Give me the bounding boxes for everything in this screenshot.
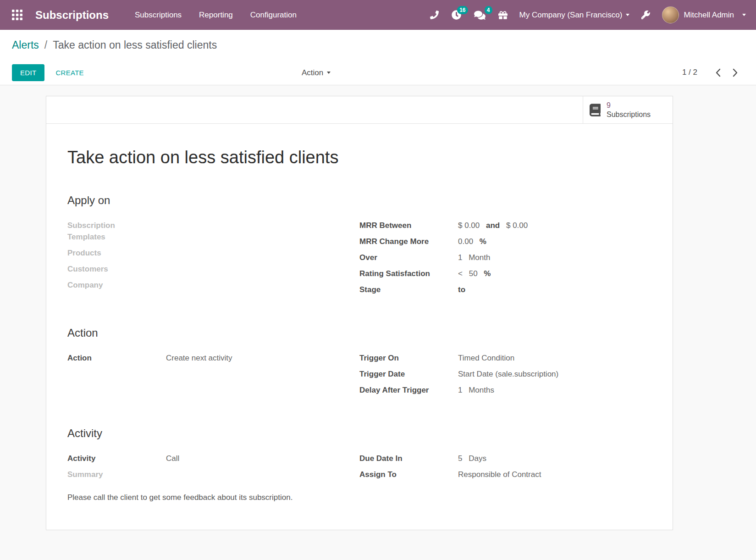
create-button[interactable]: CREATE bbox=[55, 69, 84, 77]
activity-value: Call bbox=[166, 453, 179, 464]
trigger-date-label: Trigger Date bbox=[359, 368, 458, 380]
delay-unit: Months bbox=[469, 386, 494, 394]
field-trigger-date: Trigger Date Start Date (sale.subscripti… bbox=[359, 368, 651, 380]
apps-menu-button[interactable] bbox=[6, 5, 28, 25]
apply-on-left-group: Subscription Templates Products Customer… bbox=[67, 220, 359, 300]
field-mrr-change-more: MRR Change More 0.00 % bbox=[359, 236, 651, 247]
field-customers: Customers bbox=[67, 263, 359, 275]
edit-button[interactable]: EDIT bbox=[12, 64, 44, 81]
mrr-max: $ 0.00 bbox=[506, 221, 528, 230]
field-activity: Activity Call bbox=[67, 453, 359, 464]
form-sheet: 9 Subscriptions Take action on less sati… bbox=[46, 96, 673, 530]
caret-down-icon bbox=[626, 14, 629, 16]
stage-label: Stage bbox=[359, 284, 458, 295]
due-date-in-label: Due Date In bbox=[359, 453, 458, 464]
pager: 1 / 2 bbox=[682, 67, 744, 79]
phone-icon bbox=[430, 11, 439, 19]
rewards-button[interactable] bbox=[492, 5, 514, 25]
subscriptions-stat-button[interactable]: 9 Subscriptions bbox=[583, 96, 673, 123]
caret-down-icon bbox=[742, 14, 746, 16]
mrr-and: and bbox=[486, 221, 500, 230]
action-dropdown-label: Action bbox=[302, 68, 323, 78]
section-action: Action Action Create next activity Trigg… bbox=[67, 327, 651, 400]
activity-right-group: Due Date In 5 Days Assign To Responsible… bbox=[359, 453, 651, 485]
app-name[interactable]: Subscriptions bbox=[35, 9, 109, 22]
stat-button-text: 9 Subscriptions bbox=[607, 101, 651, 119]
messages-button[interactable]: 4 bbox=[468, 5, 492, 26]
delay-number: 1 bbox=[458, 386, 462, 394]
messages-badge: 4 bbox=[485, 6, 492, 14]
rating-satisfaction-value: < 50 % bbox=[458, 268, 495, 279]
stage-value: to bbox=[458, 284, 469, 295]
mrr-change-more-value: 0.00 % bbox=[458, 236, 491, 247]
action-left-group: Action Create next activity bbox=[67, 352, 359, 400]
action-dropdown[interactable]: Action bbox=[302, 60, 331, 85]
pager-next-button[interactable] bbox=[727, 67, 744, 79]
activities-button[interactable]: 16 bbox=[445, 5, 468, 25]
stat-count: 9 bbox=[607, 101, 651, 110]
due-unit: Days bbox=[469, 454, 486, 463]
breadcrumb-separator: / bbox=[44, 39, 47, 51]
pager-previous-button[interactable] bbox=[709, 67, 727, 79]
gift-icon bbox=[498, 11, 508, 20]
action-right-group: Trigger On Timed Condition Trigger Date … bbox=[359, 352, 651, 400]
menu-subscriptions[interactable]: Subscriptions bbox=[126, 5, 190, 25]
company-label: Company bbox=[67, 279, 166, 291]
activity-note: Please call the client to get some feedb… bbox=[67, 493, 651, 502]
user-menu[interactable]: Mitchell Admin bbox=[657, 4, 750, 26]
customers-label: Customers bbox=[67, 263, 166, 275]
assign-to-value: Responsible of Contract bbox=[458, 469, 541, 480]
mrr-change-unit: % bbox=[480, 237, 486, 246]
field-summary: Summary bbox=[67, 469, 359, 480]
activity-heading: Activity bbox=[67, 427, 651, 440]
assign-to-label: Assign To bbox=[359, 469, 458, 480]
due-number: 5 bbox=[458, 454, 462, 463]
main-menu: Subscriptions Reporting Configuration bbox=[126, 5, 305, 25]
chevron-right-icon bbox=[733, 68, 738, 77]
user-name: Mitchell Admin bbox=[684, 11, 734, 20]
rating-satisfaction-label: Rating Satisfaction bbox=[359, 268, 458, 279]
activity-label: Activity bbox=[67, 453, 166, 464]
delay-after-trigger-label: Delay After Trigger bbox=[359, 384, 458, 396]
top-navbar: Subscriptions Subscriptions Reporting Co… bbox=[0, 0, 756, 30]
chat-icon bbox=[474, 10, 486, 20]
rating-operator: < bbox=[458, 269, 463, 278]
section-apply-on: Apply on Subscription Templates Products… bbox=[67, 194, 651, 300]
trigger-date-value: Start Date (sale.subscription) bbox=[458, 368, 558, 380]
action-value: Create next activity bbox=[166, 352, 232, 364]
apply-on-right-group: MRR Between $ 0.00 and $ 0.00 MRR Change… bbox=[359, 220, 651, 300]
over-label: Over bbox=[359, 252, 458, 263]
field-products: Products bbox=[67, 247, 359, 259]
content-area: 9 Subscriptions Take action on less sati… bbox=[0, 85, 756, 560]
chevron-left-icon bbox=[715, 68, 721, 77]
stage-to: to bbox=[458, 285, 465, 294]
trigger-on-label: Trigger On bbox=[359, 352, 458, 364]
due-date-in-value: 5 Days bbox=[458, 453, 486, 464]
breadcrumb-alerts-link[interactable]: Alerts bbox=[12, 39, 39, 51]
menu-configuration[interactable]: Configuration bbox=[242, 5, 305, 25]
field-company: Company bbox=[67, 279, 359, 291]
field-delay-after-trigger: Delay After Trigger 1 Months bbox=[359, 384, 651, 396]
mrr-change: 0.00 bbox=[458, 237, 473, 246]
stat-label: Subscriptions bbox=[607, 110, 651, 119]
apply-on-heading: Apply on bbox=[67, 194, 651, 207]
field-over: Over 1 Month bbox=[359, 252, 651, 263]
trigger-on-value: Timed Condition bbox=[458, 352, 514, 364]
field-trigger-on: Trigger On Timed Condition bbox=[359, 352, 651, 364]
developer-tools-button[interactable] bbox=[635, 5, 657, 25]
activity-left-group: Activity Call Summary bbox=[67, 453, 359, 485]
mrr-change-more-label: MRR Change More bbox=[359, 236, 458, 247]
sheet-header: 9 Subscriptions bbox=[46, 96, 673, 124]
user-avatar bbox=[662, 6, 679, 23]
company-switcher[interactable]: My Company (San Francisco) bbox=[514, 5, 635, 25]
breadcrumb: Alerts / Take action on less satisfied c… bbox=[0, 30, 756, 60]
wrench-icon bbox=[641, 11, 650, 19]
over-number: 1 bbox=[458, 253, 462, 262]
subscription-templates-label: Subscription Templates bbox=[67, 220, 166, 243]
sheet-body: Take action on less satisfied clients Ap… bbox=[46, 124, 673, 530]
section-activity: Activity Activity Call Summary bbox=[67, 427, 651, 502]
summary-label: Summary bbox=[67, 469, 166, 480]
voip-button[interactable] bbox=[424, 5, 445, 25]
book-icon bbox=[590, 104, 601, 116]
menu-reporting[interactable]: Reporting bbox=[190, 5, 242, 25]
